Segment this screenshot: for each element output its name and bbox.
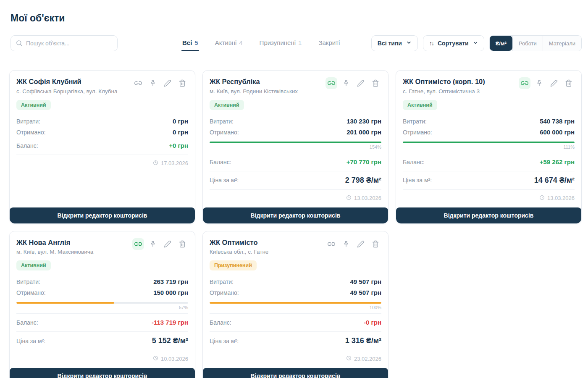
edit-icon[interactable] (162, 238, 173, 250)
view-mode-works[interactable]: Роботи (512, 36, 543, 51)
date-value: 13.03.2026 (547, 195, 575, 201)
date-row: 10.03.2026 (16, 354, 188, 365)
date-row: 13.03.2026 (403, 193, 575, 204)
expenses-row: Витрати:0 грн (16, 116, 188, 127)
received-value: 49 507 грн (350, 287, 381, 298)
expenses-row: Витрати:130 230 грн (210, 116, 381, 127)
divider (403, 171, 575, 171)
type-filter-label: Всі типи (378, 40, 402, 47)
balance-value: -0 грн (364, 317, 381, 328)
received-row: Отримано:150 000 грн (16, 287, 188, 298)
object-title: ЖК Нова Англія (16, 238, 93, 247)
tab-closed[interactable]: Закриті (318, 36, 343, 51)
toolbar-right: Всі типи ↑↓ Сортувати ₴/м² Роботи Матері… (371, 35, 582, 51)
expenses-row: Витрати:49 507 грн (210, 276, 381, 287)
balance-label: Баланс: (210, 157, 231, 168)
object-address: м. Київ, вул. Родини Кістяківських (210, 88, 298, 94)
expenses-value: 0 грн (173, 116, 188, 127)
expenses-row: Витрати:263 719 грн (16, 276, 188, 287)
open-editor-button[interactable]: Відкрити редактор кошторисів (10, 368, 195, 378)
search-icon (16, 39, 23, 48)
object-card: ЖК Оптимісто Київська обл., с. Гатне При… (202, 231, 388, 378)
link-icon[interactable] (132, 77, 144, 89)
delete-icon[interactable] (176, 77, 188, 89)
object-title: ЖК Оптимісто (корп. 10) (403, 77, 485, 86)
price-row: Ціна за м²:14 674 ₴/м² (403, 175, 575, 186)
link-icon[interactable] (326, 77, 337, 89)
clock-icon (153, 160, 158, 167)
view-mode-materials[interactable]: Матеріали (543, 36, 581, 51)
divider (16, 350, 188, 350)
object-title: ЖК Республіка (210, 77, 298, 86)
balance-value: +59 262 грн (540, 157, 575, 168)
price-label: Ціна за м²: (210, 177, 239, 184)
pin-icon[interactable] (533, 77, 545, 89)
object-card: ЖК Республіка м. Київ, вул. Родини Кістя… (202, 70, 388, 224)
date-row: 13.03.2026 (210, 193, 381, 204)
tab-all[interactable]: Всі5 (181, 36, 199, 51)
edit-icon[interactable] (162, 77, 173, 89)
tab-active[interactable]: Активні4 (214, 36, 244, 51)
delete-icon[interactable] (370, 77, 381, 89)
divider (16, 155, 188, 155)
pin-icon[interactable] (147, 77, 159, 89)
price-value: 14 674 ₴/м² (534, 176, 575, 185)
price-row: Ціна за м²:5 152 ₴/м² (16, 335, 188, 346)
date-value: 17.03.2026 (161, 160, 188, 166)
type-filter-dropdown[interactable]: Всі типи (371, 35, 418, 51)
search-input[interactable] (10, 35, 118, 51)
search-box (10, 35, 118, 51)
progress-bar (210, 302, 381, 304)
pin-icon[interactable] (147, 238, 159, 250)
chevron-down-icon (406, 40, 412, 47)
page-title: Мої об'єкти (10, 13, 588, 24)
view-mode-price[interactable]: ₴/м² (490, 36, 512, 51)
object-card: ЖК Оптимісто (корп. 10) с. Гатне, вул. О… (396, 70, 582, 224)
divider (210, 153, 381, 153)
link-icon[interactable] (519, 77, 530, 89)
tab-paused[interactable]: Призупинені1 (259, 36, 303, 51)
edit-icon[interactable] (355, 238, 367, 250)
price-row: Ціна за м²:1 316 ₴/м² (210, 335, 381, 346)
object-address: м. Київ, вул. М. Максимовича (16, 249, 93, 255)
received-row: Отримано:600 000 грн (403, 127, 575, 138)
status-badge: Активний (403, 100, 437, 110)
open-editor-button[interactable]: Відкрити редактор кошторисів (10, 207, 195, 223)
divider (403, 189, 575, 190)
progress-percent: 111% (403, 144, 575, 150)
card-actions (519, 77, 575, 89)
tab-count: 4 (239, 39, 242, 46)
tab-label: Всі (182, 39, 192, 46)
clock-icon (539, 195, 545, 202)
divider (210, 171, 381, 171)
balance-value: +70 770 грн (346, 157, 381, 168)
balance-value: +0 грн (169, 140, 188, 151)
received-value: 600 000 грн (540, 127, 575, 138)
delete-icon[interactable] (176, 238, 188, 250)
expenses-label: Витрати: (210, 116, 234, 127)
expenses-value: 540 738 грн (540, 116, 575, 127)
divider (210, 350, 381, 350)
link-icon[interactable] (132, 238, 144, 250)
pin-icon[interactable] (340, 77, 352, 89)
open-editor-button[interactable]: Відкрити редактор кошторисів (396, 207, 581, 223)
edit-icon[interactable] (355, 77, 367, 89)
edit-icon[interactable] (548, 77, 560, 89)
tab-count: 5 (194, 39, 198, 46)
divider (16, 331, 188, 332)
delete-icon[interactable] (370, 238, 381, 250)
price-row: Ціна за м²:2 798 ₴/м² (210, 175, 381, 186)
sort-dropdown[interactable]: ↑↓ Сортувати (423, 35, 484, 51)
balance-label: Баланс: (16, 317, 38, 328)
status-badge: Активний (16, 100, 51, 110)
link-icon[interactable] (326, 238, 337, 250)
pin-icon[interactable] (340, 238, 352, 250)
received-label: Отримано: (403, 127, 432, 138)
delete-icon[interactable] (563, 77, 575, 89)
open-editor-button[interactable]: Відкрити редактор кошторисів (203, 368, 388, 378)
received-label: Отримано: (210, 127, 239, 138)
clock-icon (153, 355, 158, 362)
received-label: Отримано: (210, 287, 239, 298)
open-editor-button[interactable]: Відкрити редактор кошторисів (203, 207, 388, 223)
object-cards-grid: ЖК Софія Клубний с. Софіївська Борщагівк… (9, 70, 582, 378)
